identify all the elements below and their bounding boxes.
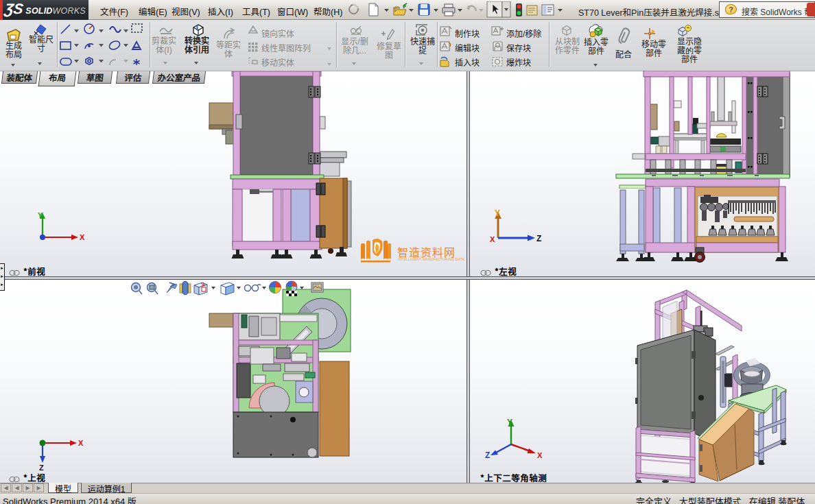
svg-text:X: X: [490, 235, 495, 243]
svg-text:Y: Y: [495, 209, 500, 218]
svg-text:Z: Z: [485, 451, 490, 458]
svg-text:X: X: [80, 233, 85, 241]
svg-text:X: X: [537, 451, 543, 458]
svg-text:Y: Y: [38, 211, 43, 219]
svg-text:X: X: [78, 439, 84, 447]
svg-text:Z: Z: [536, 234, 541, 243]
svg-text:Z: Z: [39, 464, 44, 472]
svg-text:Y: Y: [507, 418, 512, 427]
